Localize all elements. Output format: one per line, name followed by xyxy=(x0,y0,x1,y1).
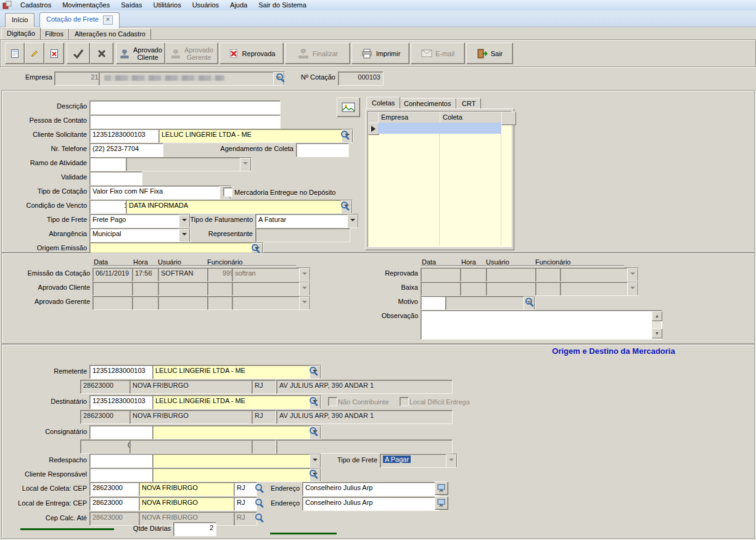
redespacho-cnpj-field[interactable] xyxy=(89,454,157,468)
entrega-endereco-field[interactable]: Conselheiro Julius Arp xyxy=(302,497,439,511)
local-entrega-label: Local de Entrega: CEP xyxy=(7,499,87,507)
condicao-vencto-lookup-icon[interactable] xyxy=(340,200,350,211)
destinatario-cnpj-field[interactable]: 12351283000103 xyxy=(89,395,157,409)
consignatario-endereco-field xyxy=(276,440,453,454)
validade-field[interactable] xyxy=(89,171,142,186)
emissao-funcionario-combo[interactable]: softran xyxy=(232,268,311,282)
telefone-field[interactable]: (22) 2523-7704 xyxy=(89,143,163,157)
qtde-diarias-field[interactable]: 2 xyxy=(173,522,216,536)
motivo-lookup-icon[interactable] xyxy=(524,297,535,307)
local-dificil-checkbox[interactable] xyxy=(400,397,409,406)
condicao-vencto-codigo-field[interactable]: 1 xyxy=(89,200,131,214)
menu-sair-sistema[interactable]: Sair do Sistema xyxy=(253,1,312,10)
aprovcli-func-combo[interactable] xyxy=(232,282,311,296)
mercadoria-deposito-checkbox[interactable] xyxy=(223,187,232,197)
origem-emissao-lookup-icon[interactable] xyxy=(250,243,261,253)
cancel-button[interactable] xyxy=(90,43,113,64)
coleta-cidade-combo[interactable]: NOVA FRIBURGO xyxy=(139,482,247,496)
imprimir-button[interactable]: Imprimir xyxy=(351,43,409,64)
aprovado-cliente-button[interactable]: AprovadoCliente xyxy=(116,43,165,64)
consignatario-cnpj-field[interactable] xyxy=(89,425,157,440)
scroll-up-icon[interactable]: ▲ xyxy=(652,311,662,321)
ramo-combo[interactable] xyxy=(126,157,252,171)
empresa-lookup-icon[interactable] xyxy=(275,72,286,83)
coleta-endereco-field[interactable]: Conselheiro Julius Arp xyxy=(302,482,439,496)
tipo-frete-combo[interactable]: Frete Pago xyxy=(89,214,191,228)
menu-usuarios[interactable]: Usuários xyxy=(187,1,224,10)
cliente-solicitante-cnpj-field[interactable]: 12351283000103 xyxy=(89,129,163,143)
aprovado-gerente-button[interactable]: AprovadoGerente xyxy=(165,43,218,64)
cliente-responsavel-lookup-icon[interactable] xyxy=(308,468,319,479)
empresa-nome-redacted xyxy=(104,75,224,81)
reprovada-data-field xyxy=(421,268,465,282)
ramo-codigo-field[interactable] xyxy=(89,157,131,171)
tipo-frete-destino-combo[interactable]: A Pagar xyxy=(380,454,458,468)
destinatario-combo[interactable]: LELUC LINGERIE LTDA - ME xyxy=(152,395,321,409)
num-cotacao-field[interactable]: 000103 xyxy=(338,72,384,86)
menu-ajuda[interactable]: Ajuda xyxy=(224,1,253,10)
emissao-funcionario-nome: softran xyxy=(235,269,256,277)
entrega-cep-field[interactable]: 28623000 xyxy=(89,497,144,511)
menu-bar: Cadastros Movimentações Saídas Utilitári… xyxy=(0,0,756,10)
finalizar-button[interactable]: Finalizar xyxy=(285,43,350,64)
redespacho-combo[interactable] xyxy=(152,454,321,468)
tipo-cotacao-combo[interactable]: Valor Fixo com NF Fixa xyxy=(89,186,231,200)
cliente-solicitante-combo[interactable]: LELUC LINGERIE LTDA - ME xyxy=(158,129,353,143)
confirm-button[interactable] xyxy=(67,43,90,64)
sair-button[interactable]: Sair xyxy=(466,43,513,64)
empresa-nome-combo[interactable] xyxy=(99,72,285,86)
tipo-faturamento-combo[interactable]: A Faturar xyxy=(255,214,359,228)
destinatario-cep-field: 28623000 xyxy=(80,410,134,424)
new-record-button[interactable] xyxy=(5,43,25,64)
abrangencia-arrow-icon xyxy=(179,229,190,242)
motivo-combo[interactable] xyxy=(445,296,535,310)
entrega-endereco-button[interactable] xyxy=(435,496,448,510)
scroll-down-icon[interactable]: ▼ xyxy=(652,329,662,338)
coleta-cep-field[interactable]: 28623000 xyxy=(89,482,144,496)
representante-field[interactable] xyxy=(255,228,350,242)
condicao-vencto-combo[interactable]: DATA INFORMADA xyxy=(126,200,353,214)
photo-button[interactable] xyxy=(337,97,360,117)
menu-saidas[interactable]: Saídas xyxy=(115,1,147,10)
tipo-frete-label: Tipo de Frete xyxy=(7,216,87,223)
menu-utilitarios[interactable]: Utilitários xyxy=(147,1,186,10)
close-tab-icon[interactable]: × xyxy=(103,15,113,25)
reprovada-usuario-field xyxy=(486,268,540,282)
check-icon xyxy=(72,48,84,59)
coleta-endereco-button[interactable] xyxy=(435,481,448,495)
consignatario-combo[interactable] xyxy=(152,425,321,440)
remetente-cnpj-field[interactable]: 12351283000103 xyxy=(89,365,157,379)
consignatario-lookup-icon[interactable] xyxy=(308,426,319,436)
delete-record-button[interactable] xyxy=(44,43,64,64)
reprovada-button[interactable]: Reprovada xyxy=(220,43,284,64)
empresa-codigo-field[interactable]: 211 xyxy=(54,72,105,86)
observacao-label: Observação xyxy=(338,312,418,319)
entrega-cidade-combo[interactable]: NOVA FRIBURGO xyxy=(139,497,247,511)
menu-movimentacoes[interactable]: Movimentações xyxy=(57,1,115,10)
cliente-responsavel-cnpj-field[interactable] xyxy=(89,468,157,482)
abrangencia-combo[interactable]: Municipal xyxy=(89,228,191,242)
cliente-responsavel-combo[interactable] xyxy=(152,468,321,482)
tab-cotacao-frete[interactable]: Cotação de Frete× xyxy=(39,12,120,29)
pessoa-contato-field[interactable] xyxy=(89,115,281,129)
baixa-func-combo[interactable] xyxy=(560,282,639,296)
cepcalc-lookup-icon[interactable] xyxy=(254,512,265,523)
remetente-combo[interactable]: LELUC LINGERIE LTDA - ME xyxy=(152,365,321,379)
grid-selected-cell-empresa[interactable] xyxy=(378,123,440,134)
observacao-textarea[interactable]: ▲ ▼ xyxy=(421,310,662,340)
edit-record-button[interactable] xyxy=(25,43,44,64)
grid-selected-cell-coleta[interactable] xyxy=(440,123,501,134)
menu-cadastros[interactable]: Cadastros xyxy=(15,1,57,10)
descricao-field[interactable] xyxy=(89,100,281,115)
remetente-lookup-icon[interactable] xyxy=(308,366,319,376)
agendamento-field[interactable] xyxy=(296,143,349,157)
aprovger-func-combo[interactable] xyxy=(232,296,311,310)
coleta-lookup-icon[interactable] xyxy=(254,483,265,493)
reprovada-func-combo[interactable] xyxy=(560,268,639,282)
destinatario-lookup-icon[interactable] xyxy=(308,396,319,406)
email-button[interactable]: E-mail xyxy=(411,43,465,64)
observacao-scrollbar[interactable]: ▲ ▼ xyxy=(652,311,661,338)
nao-contribuinte-checkbox[interactable] xyxy=(328,397,337,406)
entrega-lookup-icon[interactable] xyxy=(254,497,265,508)
cliente-solicitante-lookup-icon[interactable] xyxy=(340,129,350,140)
